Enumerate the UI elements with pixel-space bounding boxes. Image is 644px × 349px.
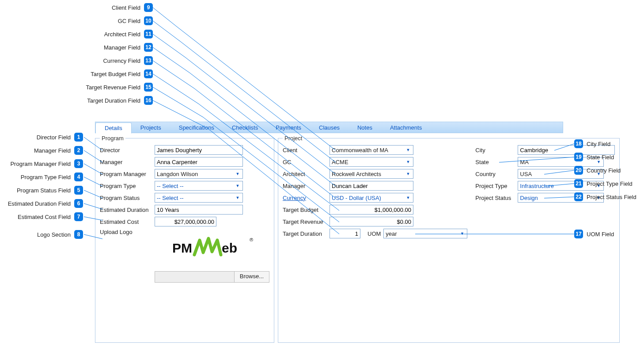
architect-select[interactable]: Rockwell Architects▼ — [330, 169, 413, 179]
details-panel: Details Projects Specifications Checklis… — [95, 122, 563, 344]
callout-22: 22Project Status Field — [574, 192, 636, 201]
callout-21: 21Project Type Field — [574, 179, 633, 188]
callout-9: Client Field9 — [112, 3, 153, 12]
callout-20: 20Country Field — [574, 166, 621, 175]
tab-attachments[interactable]: Attachments — [381, 122, 431, 133]
callout-7: Estimated Cost Field7 — [18, 212, 83, 221]
est-duration-field[interactable] — [155, 205, 243, 215]
project-manager-label: Manager — [283, 183, 327, 189]
est-duration-label: Estimated Duration — [100, 207, 152, 213]
program-fieldset: Program Director Manager Program Manager… — [95, 135, 274, 343]
tab-notes[interactable]: Notes — [349, 122, 381, 133]
browse-button[interactable]: Browse... — [234, 272, 269, 282]
callout-13: Currency Field13 — [103, 56, 153, 65]
callout-14: Target Budget Field14 — [91, 69, 153, 78]
callout-8: Logo Section8 — [37, 230, 83, 239]
program-manager-field[interactable] — [155, 157, 243, 167]
target-revenue-field[interactable] — [330, 217, 413, 226]
uom-label: UOM — [367, 230, 381, 237]
project-fieldset: Project Client Commonwealth of MA▼ GC AC… — [278, 135, 620, 343]
callout-6: Estimated Duration Field6 — [8, 199, 83, 208]
callout-2: Manager Field2 — [34, 146, 83, 155]
upload-logo-label: Upload Logo — [100, 229, 152, 235]
tab-specifications[interactable]: Specifications — [170, 122, 223, 133]
callout-19: 19State Field — [574, 153, 614, 161]
chevron-down-icon: ▼ — [405, 159, 411, 165]
uom-select[interactable]: year▼ — [383, 229, 467, 238]
callout-18: 18City Field — [574, 139, 610, 148]
project-status-label: Project Status — [475, 195, 515, 201]
city-label: City — [475, 147, 515, 153]
project-type-label: Project Type — [475, 183, 515, 189]
callout-17: 17UOM Field — [574, 230, 614, 238]
callout-16: Target Duration Field16 — [87, 96, 153, 105]
tab-clauses[interactable]: Clauses — [310, 122, 349, 133]
svg-text:®: ® — [250, 237, 253, 242]
tab-payments[interactable]: Payments — [267, 122, 310, 133]
program-status-label: Program Status — [100, 195, 152, 201]
target-revenue-label: Target Revenue — [283, 219, 327, 225]
currency-select[interactable]: USD - Dollar (USA)▼ — [330, 193, 413, 203]
director-field[interactable] — [155, 145, 243, 155]
program-type-select[interactable]: -- Select --▼ — [155, 181, 243, 191]
chevron-down-icon: ▼ — [405, 171, 411, 177]
architect-label: Architect — [283, 171, 327, 177]
logo-preview: PM eb ® — [155, 230, 269, 266]
callout-3: Program Manager Field3 — [10, 159, 83, 168]
gc-label: GC — [283, 159, 327, 165]
project-legend: Project — [283, 135, 304, 142]
chevron-down-icon: ▼ — [235, 171, 241, 177]
est-cost-field[interactable] — [155, 217, 216, 226]
gc-select[interactable]: ACME▼ — [330, 157, 413, 167]
svg-text:eb: eb — [222, 241, 237, 255]
chevron-down-icon: ▼ — [235, 195, 241, 201]
target-duration-label: Target Duration — [283, 230, 327, 237]
project-manager-field[interactable] — [330, 181, 413, 191]
program-status-select[interactable]: -- Select --▼ — [155, 193, 243, 203]
program-manager-label: Manager — [100, 159, 152, 165]
client-select[interactable]: Commonwealth of MA▼ — [330, 145, 413, 155]
program-type-label: Program Type — [100, 183, 152, 189]
tab-projects[interactable]: Projects — [132, 122, 170, 133]
state-label: State — [475, 159, 515, 165]
callout-4: Program Type Field4 — [21, 173, 83, 181]
tab-checklists[interactable]: Checklists — [223, 122, 267, 133]
chevron-down-icon: ▼ — [235, 183, 241, 189]
tab-details[interactable]: Details — [95, 123, 132, 134]
program-pm-select[interactable]: Langdon Wilson▼ — [155, 169, 243, 179]
callout-1: Director Field1 — [37, 133, 83, 142]
callout-5: Program Status Field5 — [17, 186, 83, 195]
target-budget-label: Target Budget — [283, 207, 327, 213]
program-legend: Program — [100, 135, 125, 142]
country-label: Country — [475, 171, 515, 177]
svg-text:PM: PM — [172, 241, 192, 255]
chevron-down-icon: ▼ — [459, 230, 465, 237]
director-label: Director — [100, 147, 152, 153]
tab-bar: Details Projects Specifications Checklis… — [95, 122, 563, 133]
callout-15: Target Revenue Field15 — [86, 83, 153, 92]
est-cost-label: Estimated Cost — [100, 219, 152, 225]
chevron-down-icon: ▼ — [405, 195, 411, 201]
callout-10: GC Field10 — [118, 16, 153, 25]
target-budget-field[interactable] — [330, 205, 413, 215]
client-label: Client — [283, 147, 327, 153]
currency-label[interactable]: Currency — [283, 195, 327, 201]
callout-12: Manager Field12 — [104, 43, 153, 52]
callout-11: Architect Field11 — [104, 30, 153, 38]
target-duration-field[interactable] — [330, 229, 360, 238]
program-pm-label: Program Manager — [100, 171, 152, 177]
chevron-down-icon: ▼ — [405, 147, 411, 153]
browse-bar: Browse... — [155, 271, 269, 283]
